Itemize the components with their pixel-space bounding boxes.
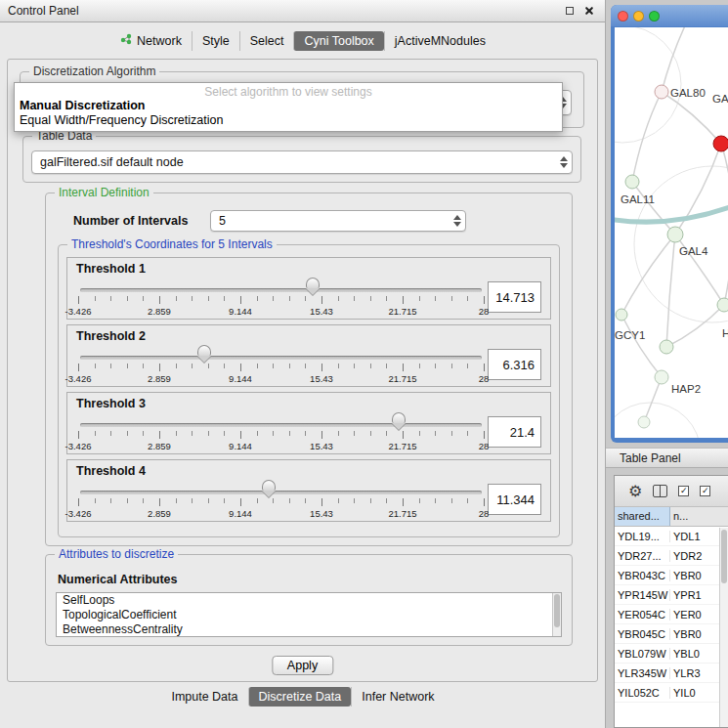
checkbox-icon[interactable]: ✓ (678, 486, 689, 496)
slider-tick (257, 431, 258, 436)
slider-tick (435, 498, 436, 503)
network-node[interactable] (625, 175, 639, 189)
threshold-value-field[interactable]: 21.4 (488, 416, 541, 448)
slider-tick (143, 498, 144, 503)
table-cell: YBR043C (615, 570, 670, 581)
network-edge[interactable] (621, 315, 662, 377)
slider-tick (403, 296, 404, 304)
network-node[interactable] (667, 227, 683, 242)
popup-option-manual-discretization[interactable]: Manual Discretization (15, 99, 562, 113)
slider-tick (467, 296, 468, 301)
attribute-list-item[interactable]: SelfLoops (57, 593, 561, 608)
apply-button[interactable]: Apply (272, 656, 333, 675)
network-node[interactable] (660, 340, 673, 354)
network-node[interactable] (638, 416, 650, 428)
table-data-combobox[interactable]: galFiltered.sif default node (31, 150, 573, 174)
slider-tick (354, 296, 355, 301)
table-row[interactable]: YPR145WYPR1 (615, 585, 728, 605)
network-node[interactable] (616, 309, 627, 321)
attribute-list-item[interactable]: TopologicalCoefficient (57, 608, 561, 622)
table-row[interactable]: YDR27...YDR2 (615, 546, 728, 566)
number-of-intervals-combobox[interactable]: 5 (210, 210, 466, 232)
table-scrollbar[interactable] (719, 528, 728, 727)
table-row[interactable]: YLR345WYLR3 (615, 664, 728, 683)
tab-cyni-toolbox-label: Cyni Toolbox (304, 34, 373, 48)
attributes-list[interactable]: SelfLoopsTopologicalCoefficientBetweenne… (56, 592, 562, 637)
slider-scale-label: 2.859 (148, 508, 171, 519)
slider-track (80, 423, 482, 427)
tab-cyni-toolbox[interactable]: Cyni Toolbox (293, 31, 383, 51)
column-header-2[interactable]: n... (670, 507, 728, 526)
slider-thumb[interactable] (306, 278, 320, 288)
background-arc (634, 166, 728, 322)
interval-definition-group: Interval Definition Number of Intervals … (45, 193, 573, 546)
threshold-slider[interactable]: -3.4262.8599.14415.4321.71528 (78, 276, 484, 319)
table-row[interactable]: YDL19...YDL1 (615, 527, 728, 546)
network-node[interactable] (655, 370, 668, 384)
slider-tick (435, 296, 436, 301)
columns-icon[interactable] (653, 485, 667, 497)
network-edge[interactable] (666, 235, 675, 347)
tab-network[interactable]: Network (110, 30, 192, 51)
traffic-light-minimize[interactable] (633, 11, 644, 21)
gear-icon[interactable]: ⚙ (628, 484, 642, 499)
threshold-slider[interactable]: -3.4262.8599.14415.4321.71528 (78, 343, 484, 386)
scrollbar-thumb[interactable] (554, 594, 560, 627)
threshold-slider[interactable]: -3.4262.8599.14415.4321.71528 (78, 410, 484, 453)
threshold-value-field[interactable]: 6.316 (488, 349, 541, 380)
tab-style[interactable]: Style (192, 31, 239, 51)
slider-tick (321, 498, 322, 506)
slider-scale-label: 21.715 (388, 373, 416, 384)
traffic-light-zoom[interactable] (649, 11, 660, 21)
table-row[interactable]: YIL052CYIL0 (615, 683, 728, 703)
slider-tick (354, 431, 355, 436)
threshold-slider[interactable]: -3.4262.8599.14415.4321.71528 (78, 478, 484, 521)
scrollbar-thumb[interactable] (721, 530, 727, 583)
float-icon[interactable] (562, 3, 578, 19)
network-edge[interactable] (721, 144, 728, 305)
network-graph[interactable]: GAL80GAGAL11GAL4GCY1HAP2H (615, 27, 728, 438)
table-cell: YER054C (615, 609, 670, 621)
network-edge[interactable] (615, 207, 728, 222)
slider-thumb[interactable] (392, 412, 406, 423)
slider-tick (176, 431, 177, 436)
slider-scale-label: 2.859 (148, 306, 171, 317)
traffic-light-close[interactable] (618, 11, 628, 21)
slider-tick (403, 498, 404, 506)
threshold-value-field[interactable]: 14.713 (488, 281, 541, 313)
network-node[interactable] (717, 298, 728, 312)
tab-impute-data[interactable]: Impute Data (161, 687, 247, 707)
table-row[interactable]: YER054CYER0 (615, 605, 728, 624)
threshold-value-field[interactable]: 11.344 (488, 484, 541, 515)
network-edge[interactable] (621, 235, 675, 315)
slider-thumb[interactable] (197, 345, 211, 356)
tab-select[interactable]: Select (239, 31, 294, 51)
network-edge[interactable] (632, 182, 675, 235)
network-window-titlebar[interactable] (611, 5, 728, 26)
network-node[interactable] (655, 85, 668, 99)
slider-scale-label: 9.144 (229, 508, 252, 519)
network-canvas[interactable]: GAL80GAGAL11GAL4GCY1HAP2H (615, 27, 728, 438)
attributes-list-scrollbar[interactable] (552, 593, 561, 636)
close-icon[interactable] (581, 3, 597, 19)
checkbox-icon[interactable]: ✓ (700, 486, 710, 496)
slider-tick (208, 431, 209, 436)
network-edge[interactable] (666, 305, 724, 347)
column-header-1[interactable]: shared... (615, 507, 670, 526)
slider-tick (419, 364, 420, 368)
attribute-list-item[interactable]: BetweennessCentrality (57, 622, 561, 637)
table-cell: YLR345W (615, 667, 670, 679)
popup-option-equal-width-frequency-discretization[interactable]: Equal Width/Frequency Discretization (15, 113, 562, 128)
tab-discretize-data[interactable]: Discretize Data (248, 687, 352, 707)
network-edge[interactable] (662, 27, 687, 92)
network-node[interactable] (713, 136, 728, 151)
table-row[interactable]: YBR043CYBR0 (615, 566, 728, 585)
table-row[interactable]: YBR045CYBR0 (615, 624, 728, 644)
slider-thumb[interactable] (262, 480, 276, 491)
table-row[interactable]: YBL079WYBL0 (615, 644, 728, 664)
threshold-box-3: Threshold 3-3.4262.8599.14415.4321.71528… (66, 392, 551, 454)
slider-tick (143, 431, 144, 436)
tab-infer-network[interactable]: Infer Network (351, 687, 444, 707)
slider-tick (78, 498, 79, 506)
tab-jactivemnodules[interactable]: jActiveMNodules (384, 31, 495, 51)
